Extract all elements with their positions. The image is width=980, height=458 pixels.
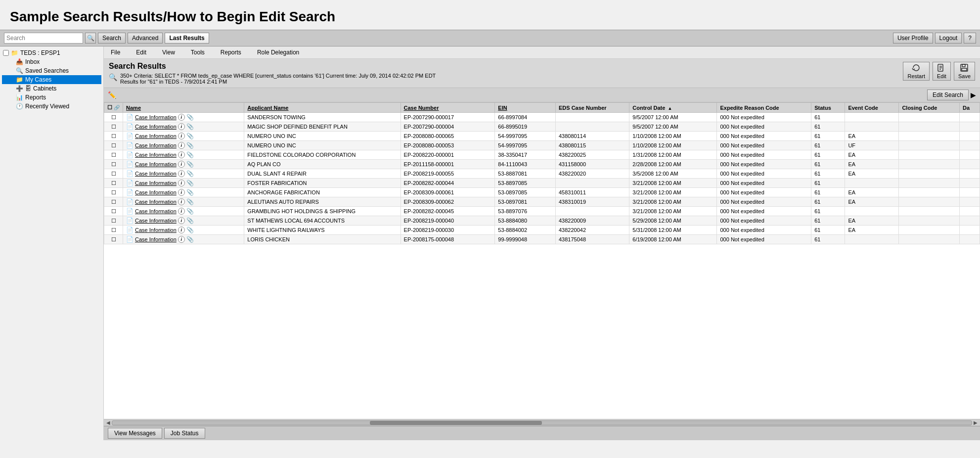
col-ein[interactable]: EIN — [495, 103, 556, 113]
col-control-date[interactable]: Control Date ▲ — [629, 103, 717, 113]
clip-icon[interactable]: 📎 — [186, 161, 194, 168]
edit-action-button[interactable]: Edit — [933, 62, 951, 81]
job-status-button[interactable]: Job Status — [164, 428, 205, 439]
clip-icon[interactable]: 📎 — [186, 227, 194, 233]
info-icon[interactable]: i — [178, 236, 185, 243]
info-icon[interactable]: i — [178, 189, 185, 196]
sidebar-item-inbox[interactable]: 📥 Inbox — [2, 57, 101, 66]
case-info-link[interactable]: Case Information — [135, 199, 177, 205]
case-info-link[interactable]: Case Information — [135, 161, 177, 167]
case-info-link[interactable]: Case Information — [135, 142, 177, 148]
doc-icon[interactable]: 📄 — [126, 227, 134, 233]
menu-item-file[interactable]: File — [108, 47, 123, 57]
row-checkbox[interactable]: ☐ — [111, 208, 116, 214]
col-name[interactable]: Name — [123, 103, 244, 113]
user-profile-button[interactable]: User Profile — [893, 33, 933, 44]
info-icon[interactable]: i — [178, 133, 185, 139]
doc-icon[interactable]: 📄 — [126, 142, 134, 149]
col-applicant-name[interactable]: Applicant Name — [244, 103, 401, 113]
info-icon[interactable]: i — [178, 123, 185, 130]
row-checkbox[interactable]: ☐ — [111, 189, 116, 195]
menu-item-edit[interactable]: Edit — [133, 47, 149, 57]
info-icon[interactable]: i — [178, 161, 185, 168]
case-info-link[interactable]: Case Information — [135, 189, 177, 195]
row-checkbox[interactable]: ☐ — [111, 227, 116, 233]
row-checkbox[interactable]: ☐ — [111, 236, 116, 242]
info-icon[interactable]: i — [178, 180, 185, 186]
h-scrollbar-thumb[interactable] — [370, 421, 542, 425]
doc-icon[interactable]: 📄 — [126, 208, 134, 215]
menu-item-tools[interactable]: Tools — [188, 47, 208, 57]
info-icon[interactable]: i — [178, 198, 185, 205]
sidebar-item-recently-viewed[interactable]: 🕐 Recently Viewed — [2, 102, 101, 111]
clip-icon[interactable]: 📎 — [186, 217, 194, 224]
doc-icon[interactable]: 📄 — [126, 180, 134, 186]
doc-icon[interactable]: 📄 — [126, 170, 134, 177]
row-checkbox[interactable]: ☐ — [111, 142, 116, 148]
clip-icon[interactable]: 📎 — [186, 170, 194, 177]
clip-icon[interactable]: 📎 — [186, 142, 194, 149]
scroll-left-arrow[interactable]: ◀ — [105, 420, 112, 425]
tab-search[interactable]: Search — [98, 33, 126, 44]
sidebar-item-reports[interactable]: 📊 Reports — [2, 93, 101, 102]
doc-icon[interactable]: 📄 — [126, 217, 134, 224]
tab-advanced[interactable]: Advanced — [128, 33, 163, 44]
sidebar-item-cabinets[interactable]: ➕ 🗄 Cabinets — [2, 84, 101, 93]
row-checkbox[interactable]: ☐ — [111, 180, 116, 186]
doc-icon[interactable]: 📄 — [126, 236, 134, 243]
case-info-link[interactable]: Case Information — [135, 171, 177, 177]
edit-search-button[interactable]: Edit Search — [927, 90, 969, 100]
h-scrollbar[interactable] — [112, 420, 972, 425]
row-checkbox[interactable]: ☐ — [111, 124, 116, 130]
clip-icon[interactable]: 📎 — [186, 236, 194, 243]
menu-item-reports[interactable]: Reports — [218, 47, 244, 57]
case-info-link[interactable]: Case Information — [135, 124, 177, 130]
info-icon[interactable]: i — [178, 142, 185, 149]
clip-icon[interactable]: 📎 — [186, 189, 194, 196]
search-input[interactable] — [4, 33, 83, 44]
row-checkbox[interactable]: ☐ — [111, 114, 116, 120]
case-info-link[interactable]: Case Information — [135, 218, 177, 224]
menu-item-view[interactable]: View — [159, 47, 178, 57]
restart-button[interactable]: Restart — [903, 62, 929, 81]
row-checkbox[interactable]: ☐ — [111, 199, 116, 205]
case-info-link[interactable]: Case Information — [135, 133, 177, 139]
info-icon[interactable]: i — [178, 170, 185, 177]
case-info-link[interactable]: Case Information — [135, 236, 177, 242]
search-button[interactable]: 🔍 — [85, 33, 96, 44]
clip-icon[interactable]: 📎 — [186, 151, 194, 158]
case-info-link[interactable]: Case Information — [135, 208, 177, 214]
col-case-number[interactable]: Case Number — [401, 103, 495, 113]
sidebar-item-my-cases[interactable]: 📁 My Cases — [2, 75, 101, 84]
case-info-link[interactable]: Case Information — [135, 180, 177, 186]
row-checkbox[interactable]: ☐ — [111, 133, 116, 139]
doc-icon[interactable]: 📄 — [126, 123, 134, 130]
info-icon[interactable]: i — [178, 217, 185, 224]
info-icon[interactable]: i — [178, 227, 185, 233]
save-button[interactable]: Save — [954, 62, 975, 81]
doc-icon[interactable]: 📄 — [126, 189, 134, 196]
case-info-link[interactable]: Case Information — [135, 227, 177, 233]
row-checkbox[interactable]: ☐ — [111, 218, 116, 224]
clip-icon[interactable]: 📎 — [186, 198, 194, 205]
doc-icon[interactable]: 📄 — [126, 151, 134, 158]
doc-icon[interactable]: 📄 — [126, 114, 134, 121]
case-info-link[interactable]: Case Information — [135, 114, 177, 120]
tab-last-results[interactable]: Last Results — [165, 33, 209, 44]
row-checkbox[interactable]: ☐ — [111, 171, 116, 177]
clip-icon[interactable]: 📎 — [186, 133, 194, 139]
row-checkbox[interactable]: ☐ — [111, 152, 116, 158]
doc-icon[interactable]: 📄 — [126, 161, 134, 168]
sidebar-root[interactable]: 📁 TEDS : EPSP1 — [2, 48, 101, 57]
clip-icon[interactable]: 📎 — [186, 114, 194, 121]
sidebar-root-checkbox[interactable] — [3, 50, 9, 56]
row-checkbox[interactable]: ☐ — [111, 161, 116, 167]
sidebar-item-saved-searches[interactable]: 🔍 Saved Searches — [2, 66, 101, 75]
clip-icon[interactable]: 📎 — [186, 180, 194, 186]
case-info-link[interactable]: Case Information — [135, 152, 177, 158]
view-messages-button[interactable]: View Messages — [108, 428, 162, 439]
clip-icon[interactable]: 📎 — [186, 208, 194, 215]
info-icon[interactable]: i — [178, 151, 185, 158]
help-button[interactable]: ? — [964, 33, 976, 44]
logout-button[interactable]: Logout — [935, 33, 962, 44]
